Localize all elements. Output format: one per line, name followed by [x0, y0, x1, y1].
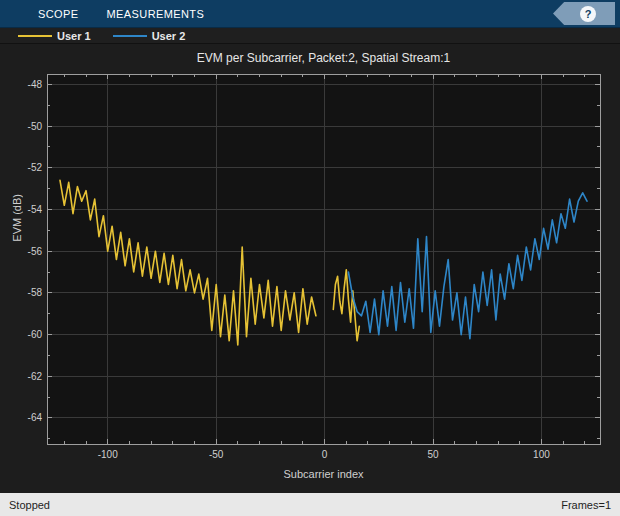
legend-label-user2: User 2 — [152, 30, 186, 42]
plot-title: EVM per Subcarrier, Packet:2, Spatial St… — [47, 51, 600, 65]
toolstrip: SCOPE MEASUREMENTS ? — [0, 0, 620, 28]
tab-scope[interactable]: SCOPE — [24, 0, 93, 27]
legend-item-user2[interactable]: User 2 — [113, 30, 186, 42]
svg-text:-100: -100 — [98, 449, 118, 460]
svg-text:-58: -58 — [28, 287, 43, 298]
plot-panel: -100-50050100-48-50-52-54-56-58-60-62-64… — [0, 44, 620, 493]
svg-text:-56: -56 — [28, 246, 43, 257]
svg-text:50: 50 — [427, 449, 439, 460]
y-axis-label: EVM (dB) — [11, 194, 23, 242]
svg-text:-48: -48 — [28, 79, 43, 90]
plot-area[interactable]: -100-50050100-48-50-52-54-56-58-60-62-64 — [0, 44, 620, 493]
status-bar: Stopped Frames=1 — [0, 493, 620, 516]
svg-text:-50: -50 — [209, 449, 224, 460]
legend-label-user1: User 1 — [57, 30, 91, 42]
svg-text:0: 0 — [322, 449, 328, 460]
legend-bar: User 1 User 2 — [0, 28, 620, 44]
user1-line-swatch — [18, 35, 52, 37]
scope-window: SCOPE MEASUREMENTS ? User 1 User 2 -100-… — [0, 0, 620, 516]
help-icon: ? — [580, 6, 596, 22]
svg-text:-64: -64 — [28, 412, 43, 423]
user2-line-swatch — [113, 35, 147, 37]
svg-text:-54: -54 — [28, 204, 43, 215]
svg-text:-52: -52 — [28, 162, 43, 173]
svg-text:100: 100 — [533, 449, 550, 460]
svg-text:-60: -60 — [28, 329, 43, 340]
help-button[interactable]: ? — [553, 2, 615, 25]
legend-item-user1[interactable]: User 1 — [18, 30, 91, 42]
tab-measurements[interactable]: MEASUREMENTS — [93, 0, 219, 27]
status-text: Stopped — [9, 499, 50, 511]
x-axis-label: Subcarrier index — [47, 468, 600, 480]
svg-text:-50: -50 — [28, 121, 43, 132]
svg-text:-62: -62 — [28, 371, 43, 382]
frames-counter: Frames=1 — [561, 499, 611, 511]
